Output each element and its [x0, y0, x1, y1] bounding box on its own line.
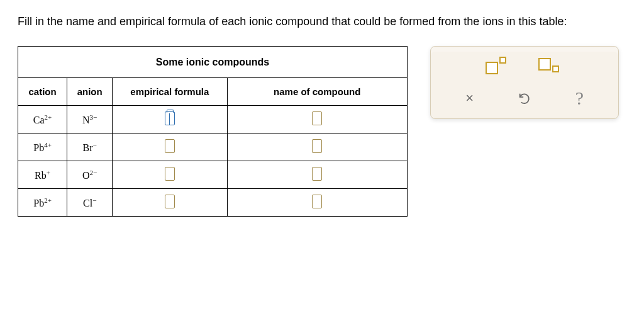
- undo-icon: [518, 91, 531, 105]
- cell-name-input[interactable]: [227, 189, 407, 217]
- close-icon: ×: [465, 90, 474, 106]
- superscript-button[interactable]: [486, 57, 511, 76]
- cell-cation: Ca2+: [18, 106, 67, 133]
- input-box-icon: [312, 111, 322, 125]
- cell-anion: Cl−: [67, 189, 113, 217]
- cell-anion: Br−: [67, 133, 113, 161]
- input-box-icon: [312, 167, 322, 181]
- cell-cation: Pb2+: [18, 189, 67, 217]
- tool-panel: × ?: [430, 46, 619, 119]
- cell-anion: O2−: [67, 161, 113, 189]
- ionic-compounds-table: Some ionic compounds cation anion empiri…: [18, 46, 408, 217]
- cell-name-input[interactable]: [227, 161, 407, 189]
- tool-panel-box: × ?: [430, 46, 619, 119]
- cell-name-input[interactable]: [227, 106, 407, 133]
- undo-button[interactable]: [508, 87, 541, 110]
- table-row: Pb4+ Br−: [18, 133, 408, 161]
- input-box-icon: [312, 139, 322, 153]
- subscript-button[interactable]: [538, 57, 564, 76]
- cell-formula-input[interactable]: [113, 189, 227, 217]
- table-row: Ca2+ N3−: [18, 106, 408, 133]
- col-header-name: name of compound: [227, 78, 407, 106]
- cell-cation: Pb4+: [18, 133, 67, 161]
- cell-name-input[interactable]: [227, 133, 407, 161]
- cell-anion: N3−: [67, 106, 113, 133]
- input-box-icon: [165, 139, 175, 153]
- question-text: Fill in the name and empirical formula o…: [18, 15, 626, 28]
- content-row: Some ionic compounds cation anion empiri…: [18, 46, 626, 217]
- input-box-icon: [165, 111, 175, 125]
- table-title: Some ionic compounds: [18, 47, 408, 78]
- table-row: Rb+ O2−: [18, 161, 408, 189]
- cell-cation: Rb+: [18, 161, 67, 189]
- col-header-anion: anion: [67, 78, 113, 106]
- input-box-icon: [165, 167, 175, 181]
- clear-button[interactable]: ×: [453, 87, 486, 110]
- input-box-icon: [165, 195, 175, 208]
- cell-formula-input[interactable]: [113, 133, 227, 161]
- cell-formula-input[interactable]: [113, 161, 227, 189]
- input-box-icon: [312, 195, 322, 208]
- cell-formula-input[interactable]: [113, 106, 227, 133]
- col-header-formula: empirical formula: [113, 78, 227, 106]
- help-button[interactable]: ?: [563, 87, 596, 110]
- table-row: Pb2+ Cl−: [18, 189, 408, 217]
- col-header-cation: cation: [18, 78, 67, 106]
- help-icon: ?: [575, 88, 584, 109]
